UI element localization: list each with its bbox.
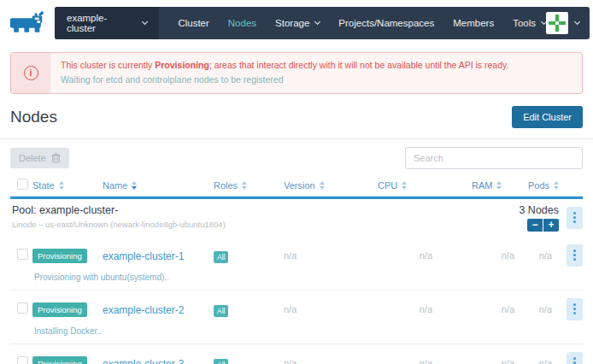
nodes-table: State Name Roles Version CPU RAM Pods Po… [10, 176, 583, 364]
table-header-row: State Name Roles Version CPU RAM Pods [10, 176, 583, 197]
table-row: Provisioning example-cluster-1 All n/a n… [10, 237, 583, 291]
scale-up-button[interactable]: + [543, 219, 559, 232]
nav-items: Cluster Nodes Storage Projects/Namespace… [159, 18, 546, 28]
row-checkbox[interactable] [17, 356, 28, 364]
version-cell: n/a [284, 250, 378, 261]
cpu-cell: n/a [378, 304, 472, 314]
chevron-down-icon [142, 19, 148, 25]
pool-info: Pool: example-cluster- Linode – us-east/… [12, 204, 226, 232]
top-bar: example-cluster Cluster Nodes Storage Pr… [0, 0, 593, 41]
role-badge: All [214, 305, 228, 317]
nav-item-cluster[interactable]: Cluster [178, 18, 208, 28]
pods-cell: n/a [520, 358, 559, 364]
pool-menu-button[interactable] [567, 207, 583, 229]
node-name-link[interactable]: example-cluster-2 [103, 304, 184, 316]
chevron-down-icon [314, 19, 320, 25]
sort-icon [132, 181, 137, 190]
state-badge: Provisioning [32, 356, 87, 364]
row-menu-button[interactable] [567, 298, 583, 320]
node-name-link[interactable]: example-cluster-1 [103, 250, 184, 262]
ram-cell: n/a [472, 358, 520, 364]
sort-icon [242, 181, 247, 190]
delete-button-label: Delete [19, 153, 46, 163]
page-header: Nodes Edit Cluster [0, 94, 593, 128]
nav-item-tools[interactable]: Tools [513, 18, 546, 28]
page-title: Nodes [10, 108, 57, 126]
table-toolbar: Delete [0, 139, 593, 176]
cpu-cell: n/a [378, 250, 472, 261]
trash-icon [51, 153, 61, 163]
role-badge: All [214, 251, 228, 263]
edit-cluster-button[interactable]: Edit Cluster [512, 106, 583, 128]
nav-item-nodes[interactable]: Nodes [228, 18, 256, 28]
user-avatar-identicon [546, 12, 568, 34]
nav-item-storage[interactable]: Storage [275, 18, 320, 28]
main-navbar: example-cluster Cluster Nodes Storage Pr… [55, 7, 590, 39]
chevron-down-icon [574, 19, 580, 25]
alert-info-icon: i [24, 66, 38, 80]
pool-group-row: Pool: example-cluster- Linode – us-east/… [10, 197, 583, 237]
search-input[interactable] [405, 147, 583, 169]
rancher-logo[interactable] [0, 7, 55, 39]
ram-cell: n/a [472, 250, 520, 261]
alert-line2: Waiting for etcd and controlplane nodes … [61, 73, 508, 87]
row-checkbox[interactable] [17, 249, 28, 260]
cpu-cell: n/a [378, 358, 472, 364]
alert-icon-cell: i [11, 53, 50, 93]
sort-icon [402, 181, 407, 190]
column-header-version[interactable]: Version [284, 180, 378, 191]
state-badge: Provisioning [32, 302, 87, 317]
rancher-bull-icon [8, 9, 47, 37]
node-name-link[interactable]: example-cluster-3 [103, 358, 184, 364]
nav-item-projects-namespaces[interactable]: Projects/Namespaces [338, 18, 434, 28]
ram-cell: n/a [472, 304, 520, 314]
version-cell: n/a [284, 304, 378, 314]
select-all-cell [10, 178, 32, 193]
scale-buttons: − + [519, 219, 559, 232]
alert-message: This cluster is currently Provisioning; … [50, 53, 519, 93]
pods-cell: n/a [520, 304, 559, 314]
sort-icon [320, 181, 325, 190]
select-all-checkbox[interactable] [17, 179, 28, 190]
column-header-ram[interactable]: RAM [472, 180, 520, 191]
node-status-text: Installing Docker.. [10, 320, 583, 344]
sort-icon [496, 181, 502, 190]
pool-scale: 3 Nodes − + [519, 204, 559, 232]
nav-item-members[interactable]: Members [453, 18, 494, 28]
column-header-name[interactable]: Name [103, 180, 214, 191]
user-menu[interactable] [546, 12, 590, 34]
row-menu-button[interactable] [567, 352, 583, 364]
pool-controls: 3 Nodes − + [519, 204, 583, 232]
column-header-roles[interactable]: Roles [214, 180, 284, 191]
table-row: Provisioning example-cluster-2 All n/a n… [10, 291, 583, 344]
sort-icon [554, 181, 559, 190]
table-body: Provisioning example-cluster-1 All n/a n… [10, 237, 583, 364]
version-cell: n/a [284, 358, 378, 364]
row-menu-button[interactable] [567, 244, 583, 267]
cluster-selector-dropdown[interactable]: example-cluster [55, 7, 159, 39]
cluster-selector-label: example-cluster [67, 13, 135, 33]
pool-title: Pool: example-cluster- [12, 204, 226, 216]
provisioning-alert-banner: i This cluster is currently Provisioning… [10, 52, 583, 94]
alert-line1: This cluster is currently Provisioning; … [61, 58, 508, 73]
pool-node-count: 3 Nodes [519, 204, 559, 216]
role-badge: All [214, 359, 228, 364]
delete-button[interactable]: Delete [10, 148, 69, 168]
column-header-cpu[interactable]: CPU [378, 180, 472, 191]
node-status-text: Provisioning with ubuntu(systemd).. [10, 267, 583, 291]
row-checkbox[interactable] [17, 302, 28, 314]
sort-icon [59, 181, 64, 190]
pool-subtitle: Linode – us-east/Unknown (newark-linode8… [12, 220, 226, 229]
column-header-pods[interactable]: Pods [520, 180, 559, 191]
pods-cell: n/a [520, 250, 559, 261]
column-header-state[interactable]: State [32, 180, 103, 191]
scale-down-button[interactable]: − [527, 219, 543, 232]
table-row: Provisioning example-cluster-3 All n/a n… [10, 344, 583, 364]
state-badge: Provisioning [32, 249, 87, 263]
